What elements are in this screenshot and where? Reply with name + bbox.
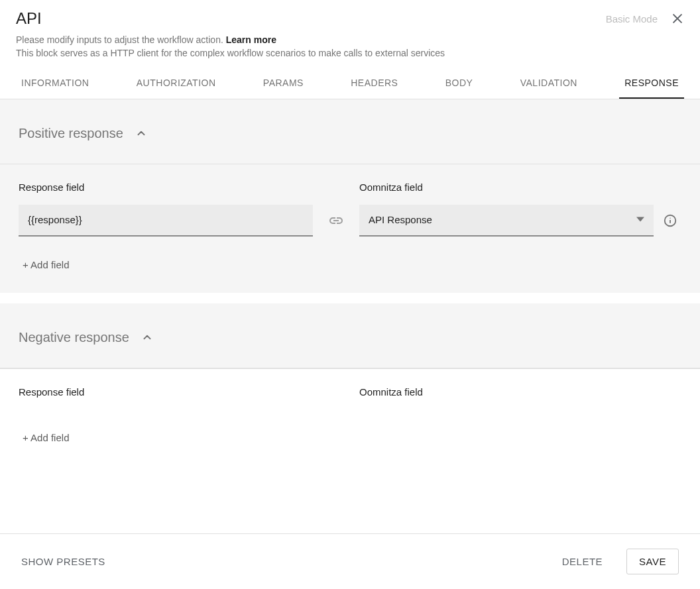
tab-validation[interactable]: VALIDATION — [515, 68, 583, 99]
chevron-up-icon — [135, 127, 147, 139]
description-line2: This block serves as a HTTP client for t… — [16, 48, 445, 58]
positive-add-field-button[interactable]: + Add field — [0, 243, 700, 293]
dialog-header: API Basic Mode — [0, 0, 700, 33]
negative-response-panel: Negative response Response field Oomnitz… — [0, 303, 700, 466]
positive-section-title: Positive response — [19, 126, 123, 141]
tab-information[interactable]: INFORMATION — [16, 68, 94, 99]
positive-section-header[interactable]: Positive response — [0, 99, 700, 164]
tab-body[interactable]: BODY — [440, 68, 479, 99]
tab-headers[interactable]: HEADERS — [345, 68, 403, 99]
positive-mapping: Response field Oomnitza field API Respon… — [0, 164, 700, 243]
response-field-label: Response field — [19, 182, 313, 193]
caret-down-icon — [636, 214, 644, 225]
close-icon[interactable] — [671, 12, 684, 25]
tab-params[interactable]: PARAMS — [258, 68, 309, 99]
info-icon[interactable] — [654, 213, 687, 228]
negative-mapping: Response field Oomnitza field — [0, 368, 700, 416]
description-line1: Please modify inputs to adjust the workf… — [16, 34, 226, 45]
mode-toggle[interactable]: Basic Mode — [606, 13, 658, 25]
response-field-input[interactable] — [19, 205, 313, 237]
svg-marker-2 — [636, 217, 644, 221]
oomnitza-field-label: Oomnitza field — [359, 182, 654, 193]
negative-mapping-labels: Response field Oomnitza field — [19, 386, 681, 398]
show-presets-button[interactable]: SHOW PRESETS — [21, 556, 105, 567]
positive-mapping-labels: Response field Oomnitza field — [19, 182, 681, 193]
positive-mapping-row: API Response — [19, 205, 681, 237]
tab-authorization[interactable]: AUTHORIZATION — [131, 68, 221, 99]
positive-response-panel: Positive response Response field Oomnitz… — [0, 99, 700, 293]
oomnitza-field-value: API Response — [369, 214, 432, 225]
tab-response[interactable]: RESPONSE — [619, 68, 684, 99]
response-field-label: Response field — [19, 386, 313, 398]
tab-bar: INFORMATION AUTHORIZATION PARAMS HEADERS… — [0, 68, 700, 99]
dialog-description: Please modify inputs to adjust the workf… — [0, 33, 700, 68]
link-icon — [313, 213, 359, 229]
learn-more-link[interactable]: Learn more — [226, 34, 276, 45]
svg-point-5 — [670, 217, 670, 218]
dialog-footer: SHOW PRESETS DELETE SAVE — [0, 533, 700, 589]
header-right: Basic Mode — [606, 9, 684, 25]
chevron-up-icon — [141, 331, 153, 343]
save-button[interactable]: SAVE — [626, 549, 679, 574]
negative-section-title: Negative response — [19, 330, 129, 345]
oomnitza-field-label: Oomnitza field — [359, 386, 654, 398]
negative-add-field-button[interactable]: + Add field — [0, 416, 700, 466]
delete-button[interactable]: DELETE — [550, 549, 614, 574]
oomnitza-field-select[interactable]: API Response — [359, 205, 654, 237]
dialog-title: API — [16, 9, 42, 28]
negative-section-header[interactable]: Negative response — [0, 303, 700, 368]
